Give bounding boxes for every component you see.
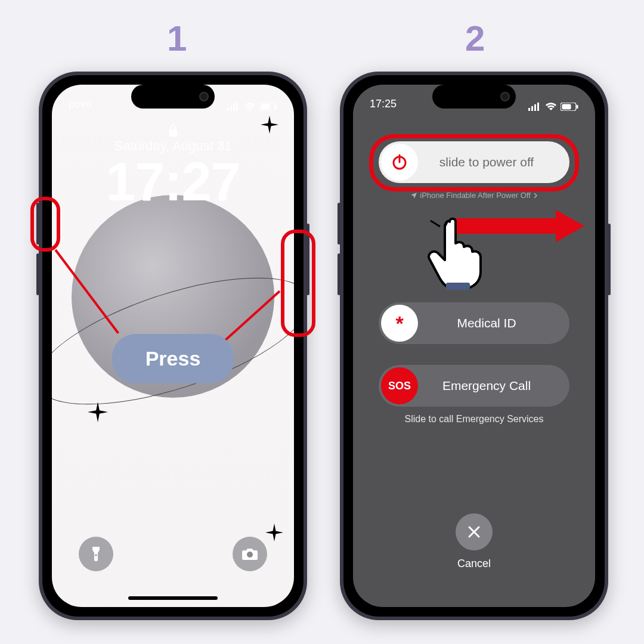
svg-marker-20 [556, 210, 584, 242]
chevron-right-icon [533, 193, 538, 199]
battery-icon [561, 103, 578, 111]
callout-volume-outline [30, 197, 60, 252]
cancel-button[interactable] [456, 513, 493, 550]
location-icon [410, 192, 417, 199]
svg-rect-0 [227, 108, 229, 111]
signal-icon [528, 103, 541, 111]
sos-knob[interactable]: SOS [381, 367, 418, 404]
svg-rect-16 [577, 105, 578, 109]
close-icon [466, 524, 482, 540]
status-bar: povo [52, 98, 294, 116]
svg-rect-11 [531, 106, 533, 111]
svg-rect-12 [534, 104, 536, 111]
lockscreen-time: 17:27 [52, 151, 294, 213]
svg-rect-13 [537, 103, 539, 111]
svg-rect-10 [528, 108, 530, 111]
volume-up-button[interactable] [338, 203, 340, 244]
svg-rect-6 [275, 105, 277, 109]
camera-button[interactable] [233, 537, 267, 571]
volume-down-button[interactable] [338, 253, 340, 295]
camera-icon [242, 547, 258, 561]
svg-rect-2 [233, 104, 235, 111]
svg-rect-3 [236, 103, 238, 111]
wifi-icon [545, 103, 557, 111]
lock-icon [168, 124, 178, 140]
wifi-icon [244, 103, 256, 111]
svg-point-9 [247, 552, 253, 558]
side-button[interactable] [608, 224, 611, 295]
home-indicator[interactable] [128, 596, 218, 600]
phone-bezel: 17:25 slide to power off iPhone Findable… [343, 75, 605, 617]
screen-poweroff: 17:25 slide to power off iPhone Findable… [353, 85, 595, 607]
pointer-hand-icon [425, 215, 490, 295]
sparkle-icon [88, 402, 108, 422]
phone-step-2: 17:25 slide to power off iPhone Findable… [340, 72, 608, 620]
svg-point-8 [95, 554, 97, 556]
status-time: 17:25 [370, 98, 397, 116]
step-2-label: 2 [465, 18, 485, 59]
flashlight-icon [90, 546, 102, 562]
svg-rect-21 [446, 283, 470, 290]
press-annotation-pill: Press [112, 334, 234, 383]
status-right [528, 98, 578, 116]
sparkle-icon [265, 524, 283, 541]
flashlight-button[interactable] [79, 537, 113, 571]
findable-after-poweroff-hint[interactable]: iPhone Findable After Power Off [353, 191, 595, 200]
svg-rect-15 [562, 104, 571, 110]
signal-icon [227, 103, 240, 111]
callout-power-outline [369, 134, 579, 191]
cancel-label: Cancel [353, 558, 595, 570]
slide-medical-id[interactable]: * Medical ID [379, 302, 569, 344]
carrier-label: povo [69, 98, 92, 116]
emergency-hint: Slide to call Emergency Services [353, 414, 595, 425]
status-right [227, 98, 277, 116]
slide-emergency-call[interactable]: SOS Emergency Call [379, 365, 569, 407]
status-bar: 17:25 [353, 98, 595, 116]
asterisk-icon: * [395, 312, 403, 335]
sparkle-icon [261, 116, 278, 134]
battery-icon [259, 103, 277, 111]
svg-rect-7 [169, 129, 177, 137]
svg-line-22 [431, 221, 440, 227]
phone-step-1: povo Saturday, August 31 17:27 [39, 72, 307, 620]
findable-text: iPhone Findable After Power Off [420, 191, 530, 200]
callout-sidebutton-outline [281, 230, 315, 337]
svg-rect-1 [230, 106, 232, 111]
volume-down-button[interactable] [36, 253, 39, 295]
medical-id-knob[interactable]: * [381, 305, 418, 342]
emergency-call-label: Emergency Call [420, 379, 569, 393]
step-1-label: 1 [167, 18, 187, 59]
medical-id-label: Medical ID [420, 316, 569, 330]
sos-icon: SOS [388, 380, 411, 392]
svg-rect-5 [261, 104, 270, 110]
